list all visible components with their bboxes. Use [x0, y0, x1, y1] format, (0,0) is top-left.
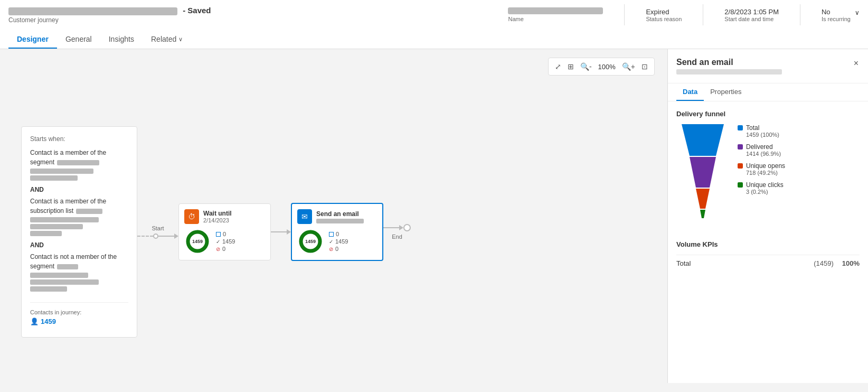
unique-clicks-value: 3 (0.2%)	[746, 189, 785, 195]
condition-1: Contact is a member of the segment	[30, 148, 128, 181]
page-subtitle: Customer journey	[8, 16, 211, 24]
funnel-chart	[676, 124, 729, 230]
email-node-title: Send an email	[316, 210, 364, 218]
arrow-head-icon	[174, 234, 178, 239]
chevron-down-icon[interactable]: ∨	[855, 9, 860, 16]
name-label: Name	[508, 16, 603, 22]
expand-icon[interactable]: ⤢	[553, 60, 563, 73]
delivered-dot	[738, 144, 743, 150]
stat-square-icon-2	[329, 232, 334, 237]
kpi-total-values: (1459) 100%	[814, 259, 860, 267]
email-donut: 1459	[297, 228, 324, 255]
right-panel: Send an email × Data Properties Delivery…	[667, 49, 868, 383]
email-stat-2: ✓ 1459	[329, 238, 348, 245]
page-title: - Saved	[8, 6, 211, 15]
wait-donut-label: 1459	[192, 239, 203, 244]
name-meta: Name	[508, 7, 603, 22]
close-button[interactable]: ×	[853, 58, 860, 69]
kpi-total-pct: 100%	[842, 259, 860, 267]
contacts-label: Contacts in journey:	[30, 309, 128, 315]
delivery-funnel-title: Delivery funnel	[676, 110, 860, 118]
contacts-count: 👤 1459	[30, 318, 128, 325]
zoom-out-icon[interactable]: 🔍-	[578, 60, 594, 73]
status-meta: Expired Status reason	[646, 8, 682, 22]
tab-insights[interactable]: Insights	[100, 31, 143, 49]
title-section: - Saved Customer journey	[8, 6, 211, 24]
end-label: End	[392, 234, 402, 240]
recurring-label: Is recurring	[822, 16, 851, 22]
start-label: Start	[152, 225, 164, 231]
right-panel-header: Send an email ×	[668, 49, 868, 83]
date-value: 2/8/2023 1:05 PM	[724, 8, 779, 16]
stat-check-icon-2: ✓	[329, 239, 333, 245]
tab-related[interactable]: Related ∨	[143, 31, 191, 49]
stat-row-3: ⊘ 0	[216, 246, 235, 252]
panel-tab-data[interactable]: Data	[676, 83, 704, 101]
fit-icon[interactable]: ⊡	[639, 60, 650, 73]
recurring-value: No	[822, 8, 851, 16]
condition-3: Contact is not a member of the segment	[30, 252, 128, 292]
canvas-toolbar: ⤢ ⊞ 🔍- 100% 🔍+ ⊡	[548, 58, 655, 76]
status-label: Status reason	[646, 16, 682, 22]
start-connector: Start	[137, 225, 178, 239]
kpi-total-count: (1459)	[814, 259, 834, 267]
wait-node-header: ⏱ Wait until 2/14/2023	[184, 209, 265, 224]
legend-unique-opens: Unique opens 718 (49.2%)	[738, 162, 785, 176]
right-panel-subtitle-blur	[676, 69, 782, 74]
arrow-head-2-icon	[287, 229, 291, 235]
status-value: Expired	[646, 8, 682, 16]
stat-row-1: 0	[216, 231, 235, 237]
date-meta: 2/8/2023 1:05 PM Start date and time	[724, 8, 779, 22]
chevron-down-icon: ∨	[178, 36, 183, 43]
and-2: AND	[30, 241, 128, 249]
svg-marker-6	[696, 189, 710, 209]
right-panel-title: Send an email	[676, 58, 782, 67]
journey-canvas[interactable]: ⤢ ⊞ 🔍- 100% 🔍+ ⊡ Starts when: Contact is…	[0, 49, 667, 383]
email-icon: ✉	[297, 209, 312, 224]
svg-marker-5	[690, 157, 716, 188]
legend-delivered: Delivered 1414 (96.9%)	[738, 143, 785, 157]
arrow-head-3-icon	[399, 225, 403, 230]
map-icon[interactable]: ⊞	[565, 60, 576, 73]
wait-node-subtitle: 2/14/2023	[203, 217, 232, 223]
header-meta: Name Expired Status reason 2/8/2023 1:05…	[508, 4, 860, 25]
email-stat-1: 0	[329, 231, 348, 237]
app-header: - Saved Customer journey Name Expired St…	[0, 0, 868, 49]
main-content: ⤢ ⊞ 🔍- 100% 🔍+ ⊡ Starts when: Contact is…	[0, 49, 868, 383]
panel-content: Delivery funnel	[668, 101, 868, 383]
unique-opens-dot	[738, 163, 743, 169]
tab-designer[interactable]: Designer	[8, 31, 57, 49]
person-icon: 👤	[30, 318, 39, 325]
date-label: Start date and time	[724, 16, 779, 22]
panel-tab-properties[interactable]: Properties	[704, 83, 748, 101]
funnel-legend: Total 1459 (100%) Delivered 1414 (96.9%)	[738, 124, 785, 195]
journey-area: Starts when: Contact is a member of the …	[0, 81, 667, 383]
condition-2: Contact is a member of the subscription …	[30, 197, 128, 236]
total-dot	[738, 125, 743, 130]
wait-icon: ⏱	[184, 209, 199, 224]
email-node-stats: 0 ✓ 1459 ⊘ 0	[329, 231, 348, 252]
journey-flow: Starts when: Contact is a member of the …	[21, 126, 411, 338]
send-email-node[interactable]: ✉ Send an email 145	[291, 203, 383, 261]
stat-square-icon	[216, 232, 221, 237]
wait-donut: 1459	[184, 228, 211, 255]
end-dot	[403, 224, 411, 231]
wait-node-title: Wait until	[203, 210, 232, 217]
header-top: - Saved Customer journey Name Expired St…	[8, 4, 860, 29]
starts-when-label: Starts when:	[30, 135, 128, 143]
wait-node-stats: 0 ✓ 1459 ⊘ 0	[216, 231, 235, 252]
panel-tabs: Data Properties	[668, 83, 868, 101]
legend-total: Total 1459 (100%)	[738, 124, 785, 138]
wait-until-node[interactable]: ⏱ Wait until 2/14/2023	[178, 203, 271, 260]
and-1: AND	[30, 186, 128, 193]
zoom-level: 100%	[596, 63, 618, 71]
kpi-row-total: Total (1459) 100%	[676, 255, 860, 272]
email-donut-label: 1459	[305, 239, 316, 244]
zoom-in-icon[interactable]: 🔍+	[620, 60, 637, 73]
tab-general[interactable]: General	[57, 31, 100, 49]
wait-node-body: 1459 0 ✓ 1459 ⊘	[184, 228, 265, 255]
stat-row-2: ✓ 1459	[216, 238, 235, 245]
connector-dot	[153, 234, 158, 239]
tab-bar: Designer General Insights Related ∨	[8, 31, 860, 49]
email-node-body: 1459 0 ✓ 1459 ⊘	[297, 228, 377, 255]
